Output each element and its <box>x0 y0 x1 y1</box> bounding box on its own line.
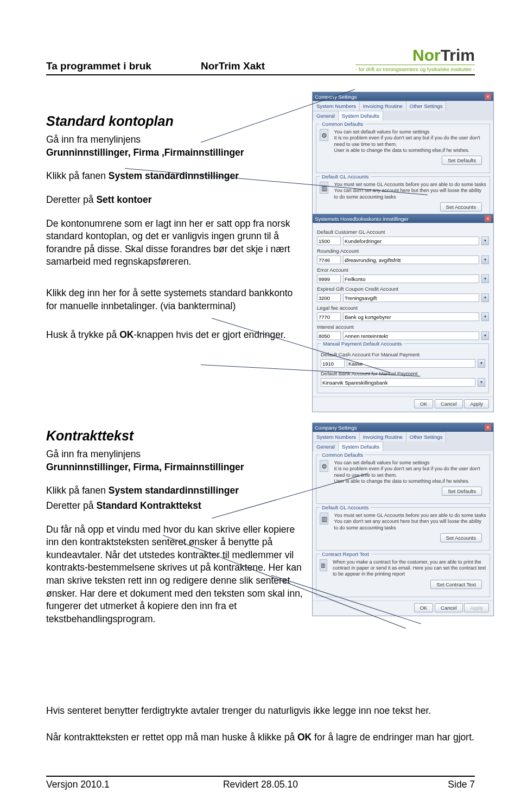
s2-p3b: Standard Kontrakttekst <box>96 500 201 511</box>
field-label: Error Account <box>317 267 489 273</box>
dropdown-icon[interactable]: ▾ <box>481 312 489 321</box>
apply-button[interactable]: Apply <box>464 399 489 408</box>
dropdown-icon[interactable]: ▾ <box>481 255 489 264</box>
group-common-defaults: Common Defaults <box>320 121 365 127</box>
bank-name-input[interactable] <box>321 378 475 387</box>
tab-invoicing[interactable]: Invoicing Routine <box>359 101 406 111</box>
acct-name-input[interactable] <box>343 293 479 302</box>
footer-version: Versjon 2010.1 <box>46 779 189 790</box>
company-settings-window-1: Company Settings × System Numbers Invoic… <box>312 92 494 223</box>
s1-p4: De kontonumrene som er lagt inn her er s… <box>46 218 296 269</box>
header-app-name: NorTrim Xakt <box>201 60 355 72</box>
contract-text: When you make a contract for the custome… <box>333 559 486 578</box>
apply-button[interactable]: Apply <box>464 603 489 612</box>
dropdown-icon[interactable]: ▾ <box>481 331 489 340</box>
logo-nor: Nor <box>412 46 441 64</box>
tab-system-defaults[interactable]: System Defaults <box>338 111 383 120</box>
page-header: Ta programmet i bruk NorTrim Xakt NorTri… <box>46 46 475 75</box>
win-title-text: Company Settings <box>315 94 357 100</box>
acct-name-input[interactable] <box>343 236 479 245</box>
defaults-icon: ⚙ <box>320 129 328 141</box>
accounts-icon: ▥ <box>320 513 328 525</box>
tab-system-defaults[interactable]: System Defaults <box>338 442 383 451</box>
acct-name-input[interactable] <box>343 331 479 340</box>
s1-p1b: Grunninnstillinger, Firma ,Firmainnstill… <box>46 147 244 158</box>
accounts-icon: ▥ <box>320 182 328 194</box>
cash-label: Default Cash Account For Manual Payment <box>321 351 485 357</box>
set-contract-text-button[interactable]: Set Contract Text <box>430 580 482 589</box>
header-doc-title: Ta programmet i bruk <box>46 60 201 72</box>
close-icon[interactable]: × <box>485 424 491 431</box>
s2-p6b: OK <box>297 732 312 743</box>
set-accounts-button[interactable]: Set Accounts <box>440 202 482 212</box>
acct-name-input[interactable] <box>343 312 479 321</box>
group-manual-payment: Manual Payment Default Accounts <box>321 341 404 347</box>
dropdown-icon[interactable]: ▾ <box>481 293 489 302</box>
ok-button[interactable]: OK <box>414 603 434 612</box>
page-footer: Versjon 2010.1 Revidert 28.05.10 Side 7 <box>46 776 475 790</box>
s1-p6b: OK <box>119 329 134 340</box>
s1-p3b: Sett kontoer <box>96 194 151 205</box>
dropdown-icon[interactable]: ▾ <box>481 236 489 245</box>
s2-p6c: for å lagre de endringer man har gjort. <box>312 732 474 743</box>
s2-p3a: Deretter på <box>46 500 96 511</box>
field-label: Legal fee account <box>317 305 489 311</box>
acct-num-input[interactable] <box>317 331 341 340</box>
logo-subtitle: - for drift av treningssentere og fysika… <box>355 65 475 72</box>
section-standard-kontoplan: Standard kontoplan Gå inn fra menylinjen… <box>46 113 475 385</box>
s2-p2b: System standardinnstillinger <box>109 485 239 496</box>
group-gl-accounts: Default GL Accounts <box>320 174 371 180</box>
cash-num-input[interactable] <box>321 359 345 368</box>
win-title-text: Company Settings <box>315 425 357 431</box>
close-icon[interactable]: × <box>485 215 491 222</box>
gl-text: You must set some GL Accounts before you… <box>334 513 486 531</box>
acct-num-input[interactable] <box>317 236 341 245</box>
win-title-text: Systemets Hovedboksskonto innstillinger <box>315 216 409 222</box>
set-accounts-button[interactable]: Set Accounts <box>440 533 482 542</box>
s2-p5: Hvis senteret benytter ferdigtrykte avta… <box>46 705 475 718</box>
cash-name-input[interactable] <box>347 359 475 368</box>
section-kontrakttekst: Kontrakttekst Gå inn fra menylinjens Gru… <box>46 428 475 661</box>
ok-button[interactable]: OK <box>414 399 434 408</box>
field-label: Rounding Account <box>317 248 489 254</box>
win-title-bar: Company Settings × <box>313 423 493 432</box>
group-contract-text: Contract Report Text <box>320 551 371 557</box>
tab-general[interactable]: General <box>313 111 339 120</box>
s1-p2b: System standardinnstillinger <box>109 170 239 181</box>
acct-name-input[interactable] <box>343 255 479 264</box>
tab-system-numbers[interactable]: System Numbers <box>313 101 360 111</box>
acct-num-input[interactable] <box>317 255 341 264</box>
s1-p6a: Husk å trykke på <box>46 329 119 340</box>
company-settings-window-2: Company Settings × System Numbers Invoic… <box>312 423 494 616</box>
s1-p3a: Deretter på <box>46 194 96 205</box>
acct-name-input[interactable] <box>343 274 479 283</box>
tab-general[interactable]: General <box>313 442 339 451</box>
dropdown-icon[interactable]: ▾ <box>478 378 485 387</box>
field-label: Interest account <box>317 324 489 330</box>
dropdown-icon[interactable]: ▾ <box>481 274 489 283</box>
acct-num-input[interactable] <box>317 312 341 321</box>
tab-invoicing[interactable]: Invoicing Routine <box>359 432 406 442</box>
tab-other[interactable]: Other Settings <box>406 432 447 442</box>
logo: NorTrim - for drift av treningssentere o… <box>355 46 475 72</box>
doc-icon: 🗎 <box>320 559 327 571</box>
gl-text: You must set some GL Accounts before you… <box>334 182 486 200</box>
set-defaults-button[interactable]: Set Defaults <box>442 156 482 165</box>
defaults-icon: ⚙ <box>320 460 328 472</box>
s1-p5: Klikk deg inn her for å sette systemets … <box>46 287 296 312</box>
s2-p6a: Når kontraktteksten er rettet opp må man… <box>46 732 297 743</box>
s1-p2a: Klikk på fanen <box>46 170 109 181</box>
close-icon[interactable]: × <box>485 93 491 100</box>
s2-p1a: Gå inn fra menylinjens <box>46 449 141 459</box>
field-label: Expired Gift Coupon Credit Account <box>317 286 489 292</box>
cancel-button[interactable]: Cancel <box>435 399 463 408</box>
cancel-button[interactable]: Cancel <box>435 603 463 612</box>
acct-num-input[interactable] <box>317 293 341 302</box>
set-defaults-button[interactable]: Set Defaults <box>442 487 482 496</box>
acct-num-input[interactable] <box>317 274 341 283</box>
footer-page: Side 7 <box>332 779 475 790</box>
tab-system-numbers[interactable]: System Numbers <box>313 432 360 442</box>
dropdown-icon[interactable]: ▾ <box>478 359 485 368</box>
s2-p1b: Grunninnstillinger, Firma, Firmainnstill… <box>46 462 244 472</box>
tab-other[interactable]: Other Settings <box>406 101 447 111</box>
